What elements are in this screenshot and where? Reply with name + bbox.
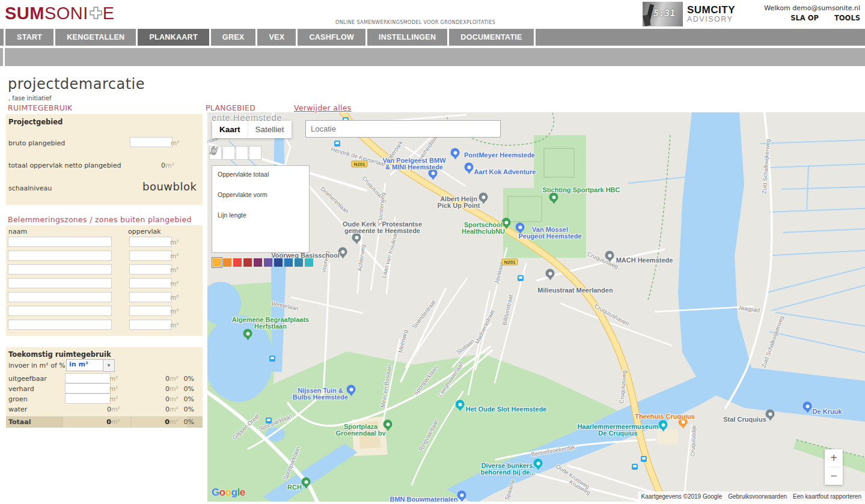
poi-pin-icon[interactable] — [457, 491, 466, 500]
polygon-tool-button[interactable] — [249, 146, 261, 160]
belemmeringszone-oppervlak-input[interactable] — [129, 278, 172, 288]
poi-pin-icon[interactable] — [766, 410, 775, 419]
tools-link[interactable]: TOOLS — [834, 14, 860, 22]
belemmeringszone-naam-input[interactable] — [8, 320, 112, 330]
invoer-unit-select[interactable]: in m² ▾ — [66, 359, 115, 372]
map-type-kaart-button[interactable]: Kaart — [212, 121, 248, 138]
color-swatch[interactable] — [223, 258, 231, 267]
nav-tab-start[interactable]: START — [5, 29, 53, 46]
chevron-down-icon[interactable]: ▾ — [103, 359, 115, 372]
toekomstig-groen-input[interactable] — [65, 393, 111, 404]
map-poi-label[interactable]: Nijssen Tuin &Bulbs Heemstede — [293, 387, 348, 401]
belemmeringszone-naam-input[interactable] — [8, 306, 112, 316]
color-swatch[interactable] — [284, 258, 293, 267]
page-subtitle: , fase initiatief — [8, 95, 52, 102]
circle-tool-button[interactable] — [236, 146, 248, 160]
color-swatch[interactable] — [264, 258, 272, 267]
belemmeringszone-oppervlak-input[interactable] — [129, 264, 172, 275]
nav-tab-kengetallen[interactable]: KENGETALLEN — [55, 29, 136, 46]
color-swatch[interactable] — [254, 258, 262, 267]
map-poi-label[interactable]: BMN Bouwmaterialen — [390, 496, 457, 502]
map-poi-label[interactable]: Het Oude Slot Heemstede — [466, 406, 546, 413]
poi-pin-icon[interactable] — [605, 251, 614, 260]
terms-link[interactable]: Gebruiksvoorwaarden — [728, 493, 787, 500]
bruto-plangebied-input[interactable] — [130, 137, 173, 147]
map-poi-label[interactable]: Aart Kok Adventure — [474, 169, 536, 175]
poi-pin-icon[interactable] — [243, 329, 252, 338]
map-poi-label[interactable]: Stichting Sportpark HBC — [543, 187, 620, 193]
toekomstig-row-pct: 0% — [184, 385, 194, 393]
toekomstig-uitgeefbaar-input[interactable] — [65, 373, 111, 383]
poi-pin-icon[interactable] — [546, 269, 555, 278]
color-swatch[interactable] — [274, 258, 283, 267]
belemmeringszone-naam-input[interactable] — [8, 250, 112, 261]
belemmeringszone-naam-input[interactable] — [8, 237, 112, 247]
belemmeringszone-naam-input[interactable] — [8, 292, 112, 302]
belemmeringszones-heading: Belemmeringszones / zones buiten plangeb… — [8, 215, 192, 224]
map-poi-label[interactable]: Theehuis Cruquius — [635, 413, 695, 420]
map-poi-label[interactable]: PontMeyer Heemstede — [464, 152, 535, 159]
route-badge-n201: N201 — [501, 259, 518, 266]
belemmeringszone-oppervlak-input[interactable] — [129, 320, 172, 330]
nav-tab-plankaart[interactable]: PLANKAART — [138, 29, 209, 46]
belemmeringszone-oppervlak-input[interactable] — [129, 292, 172, 302]
report-error-link[interactable]: Een kaartfout rapporteren — [793, 493, 861, 500]
poi-pin-icon[interactable] — [549, 193, 558, 202]
color-swatch[interactable] — [295, 258, 303, 267]
toekomstig-row-unit: m² — [109, 375, 118, 382]
map-canvas[interactable]: ente Heemstede nlaanHendrik de Keyserlaa… — [207, 112, 865, 502]
map-poi-label[interactable]: HaarlemmermeermuseumDe Cruquius — [577, 424, 658, 437]
zoom-out-button[interactable]: − — [825, 467, 843, 485]
toekomstig-title: Toekomstig ruimtegebruik — [8, 350, 111, 359]
nav-tab-vex[interactable]: VEX — [257, 29, 296, 46]
partner-logo: 5:31 SUMCITY ADVISORY — [643, 2, 735, 26]
zoom-in-button[interactable]: + — [825, 449, 843, 467]
map-poi-label[interactable]: Algemene BegraafplaatsHerfstlaan — [232, 317, 309, 330]
nav-tab-documentatie[interactable]: DOCUMENTATIE — [449, 29, 533, 46]
totaal-cell — [132, 416, 187, 428]
polyline-tool-button[interactable] — [222, 146, 235, 160]
belemmeringszone-oppervlak-input[interactable] — [129, 237, 172, 247]
location-search-input[interactable] — [305, 120, 501, 138]
color-swatch[interactable] — [243, 258, 252, 267]
color-swatch[interactable] — [213, 258, 221, 267]
poi-pin-icon[interactable] — [465, 163, 474, 172]
verwijder-alles-link[interactable]: Verwijder alles — [294, 103, 352, 112]
poi-pin-icon[interactable] — [479, 193, 488, 202]
save-link[interactable]: SLA OP — [790, 14, 819, 22]
toekomstig-row-label: water — [8, 405, 27, 413]
map-poi-label[interactable]: Albert HeijnPick Up Point — [438, 196, 480, 209]
map-poi-label[interactable]: Van Poelgeest BMW& MINI Heemstede — [382, 157, 445, 171]
toekomstig-row-pct: 0% — [184, 375, 194, 383]
belemmeringszone-oppervlak-input[interactable] — [129, 250, 172, 261]
poi-pin-icon[interactable] — [451, 148, 460, 157]
toekomstig-verhard-input[interactable] — [65, 383, 111, 393]
color-swatch[interactable] — [305, 258, 313, 267]
belemmeringszone-oppervlak-input[interactable] — [129, 306, 172, 316]
map-poi-label[interactable]: Diverse bunkers,behorend bij de... — [480, 463, 535, 476]
map-poi-label[interactable]: Oude Kerk - Protestantsegemeente te Heem… — [343, 221, 422, 234]
nav-tab-instellingen[interactable]: INSTELLINGEN — [367, 29, 447, 46]
map-poi-label[interactable]: Van MosselPeugeot Heemstede — [518, 226, 581, 240]
poi-pin-icon[interactable] — [302, 478, 311, 487]
color-swatch[interactable] — [233, 258, 242, 267]
map-type-satelliet-button[interactable]: Satelliet — [248, 121, 292, 138]
map-type-switcher: Kaart Satelliet — [212, 121, 292, 138]
map-poi-label[interactable]: MACH Heemstede — [616, 257, 673, 264]
poi-pin-icon[interactable] — [456, 400, 465, 409]
map-poi-label[interactable]: De Kruuk — [813, 408, 842, 415]
nav-tab-grex[interactable]: GREX — [211, 29, 256, 46]
map-poi-label[interactable]: RCH — [287, 484, 302, 491]
toekomstig-row-pct: 0% — [184, 395, 194, 403]
poi-pin-icon[interactable] — [659, 421, 668, 430]
map-poi-label[interactable]: SportplazaGroenendaal bv — [335, 424, 385, 437]
poi-pin-icon[interactable] — [803, 402, 812, 411]
map-poi-label[interactable]: SportschoolHealthclubNU — [462, 222, 505, 235]
nav-tab-cashflow[interactable]: CASHFLOW — [298, 29, 365, 46]
map-poi-label[interactable]: Voorweg Basisschool — [271, 252, 340, 259]
belemmeringszone-naam-input[interactable] — [8, 264, 112, 275]
google-logo: Google — [212, 487, 245, 499]
map-poi-label[interactable]: Milieustraat Meerlanden — [537, 287, 613, 294]
map-poi-label[interactable]: Stal Cruquius — [723, 416, 766, 423]
belemmeringszone-naam-input[interactable] — [8, 278, 112, 288]
